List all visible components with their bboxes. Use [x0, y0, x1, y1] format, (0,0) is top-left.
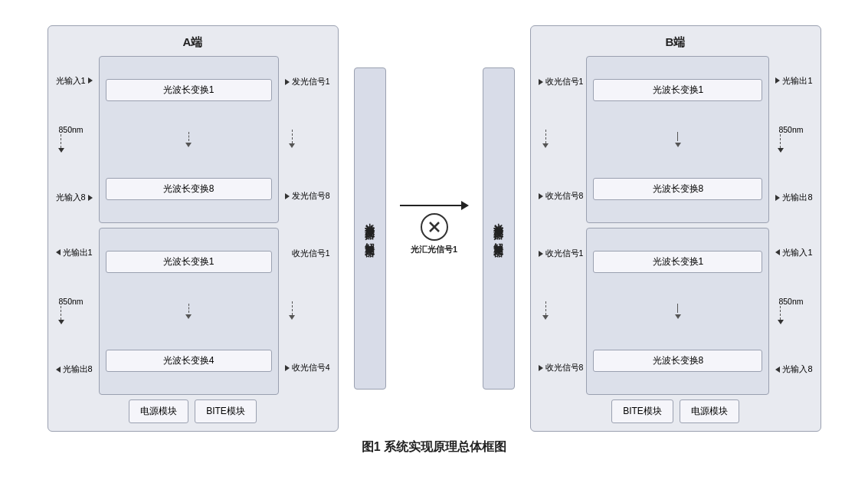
a-bot-left-label3: 光输出8 [63, 363, 93, 375]
b-btn2: 电源模块 [680, 399, 739, 423]
b-mux-label: 光波分复用器／解复用器 [492, 215, 506, 242]
a-bot-comp2: 光波长变换4 [106, 350, 272, 372]
b-top-dashed-arrow-icon [542, 143, 549, 148]
b-bot-solid-arrow-icon [675, 314, 681, 319]
a-top-comp1: 光波长变换1 [106, 79, 272, 101]
b-bot-left-arrow2-icon [539, 365, 543, 371]
b-top-solid-arrow-icon [675, 143, 681, 147]
arrow-left1-icon [56, 249, 61, 255]
panel-a: A端 光输入1 850nm 光输入8 [47, 25, 339, 432]
b-bot-left-label2: 收光信号8 [545, 363, 584, 373]
b-bot-left-label1: 收光信号1 [545, 248, 584, 259]
diagram-container: A端 光输入1 850nm 光输入8 [13, 25, 856, 432]
arrow-left2-icon [56, 367, 61, 373]
figure-caption: 图1 系统实现原理总体框图 [362, 439, 506, 455]
center-signal: 光汇光信号1 [400, 201, 469, 255]
a-btn2: BITE模块 [195, 399, 257, 423]
b-top-right-label1: 光输出1 [782, 75, 812, 87]
arrow-right3-icon [285, 79, 290, 85]
a-btn1: 电源模块 [129, 399, 188, 423]
b-mux-box: 光波分复用器／解复用器 [483, 67, 515, 390]
arrow-down2-icon [58, 320, 64, 324]
dashed-arrow-down2-icon [289, 143, 295, 148]
center-signal-label: 光汇光信号1 [411, 244, 457, 255]
arrow-right2-icon [88, 195, 93, 201]
dashed-arrow-down4-icon [289, 315, 295, 320]
b-bot-right-label1: 光输入1 [782, 247, 812, 258]
dashed-arrow-down3-icon [185, 314, 192, 319]
b-btn1: BITE模块 [611, 399, 673, 423]
a-top-left-label3: 光输入8 [56, 192, 86, 203]
a-bot-comp1: 光波长变换1 [106, 251, 272, 273]
b-bottom-row: BITE模块 电源模块 [539, 399, 813, 423]
panel-b-title: B端 [539, 35, 813, 50]
b-top-comp1: 光波长变换1 [593, 79, 762, 101]
b-bot-right-dashed-arrow-icon [778, 320, 784, 324]
b-bot-right-label3: 光输入8 [782, 363, 812, 375]
arrow-right5-icon [285, 365, 290, 371]
a-bot-right-label1: 收光信号1 [292, 248, 330, 259]
b-top-comp2: 光波长变换8 [593, 178, 762, 200]
a-top-left-label2: 850nm [59, 125, 84, 134]
a-top-right-label2: 发光信号8 [292, 191, 330, 202]
panel-b: B端 收光信号1 收光信号8 [530, 25, 821, 432]
a-mux-label: 光波分复用器／解复用器 [363, 215, 377, 242]
b-top-right-label3: 光输出8 [782, 192, 812, 203]
a-bot-left-label2: 850nm [59, 297, 84, 306]
b-bot-right-in-arrow2-icon [775, 367, 780, 373]
arrow-down-icon [58, 148, 64, 153]
a-bot-right-label2: 收光信号4 [292, 363, 330, 373]
arrow-right4-icon [285, 193, 290, 199]
b-top-left-label2: 收光信号8 [545, 191, 584, 202]
a-bottom-row: 电源模块 BITE模块 [56, 399, 330, 423]
b-bot-dashed-arrow-icon [542, 315, 549, 320]
b-bot-comp1: 光波长变换1 [593, 251, 762, 273]
b-top-out-arrow2-icon [775, 195, 780, 201]
a-mux-box: 光波分复用器／解复用器 [354, 67, 386, 390]
b-top-arrow1-icon [539, 79, 543, 85]
dashed-arrow-down-icon [185, 143, 192, 147]
b-bot-right-label2: 850nm [778, 297, 803, 306]
b-top-arrow2-icon [539, 193, 543, 199]
a-top-right-label1: 发光信号1 [292, 77, 330, 87]
a-top-comp2: 光波长变换8 [106, 178, 272, 200]
arrow-right-icon [88, 77, 93, 84]
optical-coupler-icon [421, 213, 448, 241]
panel-a-title: A端 [56, 35, 330, 50]
b-top-out-arrow1-icon [775, 77, 780, 84]
b-bot-right-in-arrow1-icon [775, 249, 780, 255]
b-bot-comp2: 光波长变换8 [593, 350, 762, 372]
b-bot-left-arrow1-icon [539, 251, 543, 257]
b-top-right-label2: 850nm [778, 125, 803, 134]
a-top-left-label1: 光输入1 [56, 75, 86, 87]
b-top-dashed-out-arrow-icon [778, 148, 784, 153]
b-top-left-label1: 收光信号1 [545, 77, 584, 87]
a-bot-left-label1: 光输出1 [63, 247, 93, 258]
